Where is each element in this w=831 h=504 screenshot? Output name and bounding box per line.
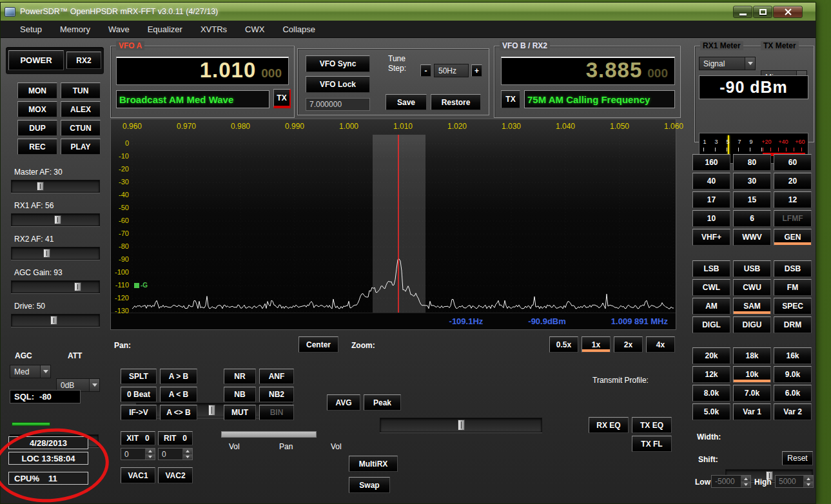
rx1-meter-dropdown[interactable]: Signal xyxy=(699,57,756,70)
multirx-button[interactable]: MultiRX xyxy=(349,456,398,472)
zoom-button-2x[interactable]: 2x xyxy=(614,336,643,353)
band-button-17[interactable]: 17 xyxy=(692,191,730,208)
zoom-button-0.5x[interactable]: 0.5x xyxy=(549,336,578,353)
menu-memory[interactable]: Memory xyxy=(51,21,99,37)
menu-xvtrs[interactable]: XVTRs xyxy=(191,21,236,37)
band-button-wwv[interactable]: WWV xyxy=(733,229,771,246)
toggle-button-mox[interactable]: MOX xyxy=(17,101,57,117)
toggle-button-tun[interactable]: TUN xyxy=(61,82,101,99)
filter-button-12k[interactable]: 12k xyxy=(692,366,730,383)
save-button[interactable]: Save xyxy=(386,94,427,110)
mode-button-fm[interactable]: FM xyxy=(774,279,812,296)
tune-step-value[interactable]: 50Hz xyxy=(434,64,469,77)
titlebar[interactable]: PowerSDR™ OpenHPSDR mRX-FFT v3.0.11 (4/2… xyxy=(1,3,816,21)
band-button-gen[interactable]: GEN xyxy=(774,229,812,246)
vfo-a-frequency[interactable]: 1.010 000 xyxy=(116,57,289,85)
vfo-lock-button[interactable]: VFO Lock xyxy=(306,76,370,93)
rx1af-slider[interactable] xyxy=(11,213,100,226)
masteraf-slider[interactable] xyxy=(11,180,100,193)
spinner-arrows-icon[interactable] xyxy=(145,449,155,460)
vfo-b-tx-button[interactable]: TX xyxy=(501,90,520,108)
toggle-button-alex[interactable]: ALEX xyxy=(61,101,101,117)
tx-eq-button[interactable]: TX EQ xyxy=(632,417,672,433)
band-button-lfmf[interactable]: LFMF xyxy=(774,210,812,227)
zoom-button-1x[interactable]: 1x xyxy=(582,336,611,353)
band-button-60[interactable]: 60 xyxy=(774,154,812,171)
band-button-20[interactable]: 20 xyxy=(774,173,812,189)
dsp-button-mut[interactable]: MUT xyxy=(224,405,256,420)
frequency-entry-field[interactable]: 7.000000 xyxy=(306,98,370,111)
vfo-op-button-splt[interactable]: SPLT xyxy=(121,369,157,384)
filter-button-5.0k[interactable]: 5.0k xyxy=(692,403,730,420)
mode-button-digl[interactable]: DIGL xyxy=(692,316,730,333)
toggle-button-ctun[interactable]: CTUN xyxy=(61,120,101,136)
filter-button-8.0k[interactable]: 8.0k xyxy=(692,385,730,402)
filter-button-20k[interactable]: 20k xyxy=(692,347,730,364)
vfo-op-button-a-b[interactable]: A > B xyxy=(160,369,197,384)
filter-high-spinner[interactable]: 5000 xyxy=(775,475,814,488)
band-button-15[interactable]: 15 xyxy=(733,191,771,208)
pan-slider-thumb[interactable] xyxy=(208,405,215,416)
rit-button[interactable]: RIT0 xyxy=(158,431,193,445)
mode-button-usb[interactable]: USB xyxy=(733,260,771,277)
spinner-arrows-icon[interactable] xyxy=(741,476,750,487)
sub-rx-pan-track[interactable] xyxy=(221,431,317,438)
rx2af-slider[interactable] xyxy=(11,247,100,260)
mode-button-lsb[interactable]: LSB xyxy=(692,260,730,277)
center-button[interactable]: Center xyxy=(298,336,338,353)
toggle-button-rec[interactable]: REC xyxy=(17,139,57,155)
vfo-sync-button[interactable]: VFO Sync xyxy=(306,55,370,72)
toggle-button-mon[interactable]: MON xyxy=(17,82,57,99)
rx2af-slider-thumb[interactable] xyxy=(43,249,50,258)
spinner-arrows-icon[interactable] xyxy=(803,476,813,487)
minimize-button[interactable] xyxy=(733,6,752,18)
vfo-b-frequency[interactable]: 3.885 000 xyxy=(501,57,675,85)
band-button-6[interactable]: 6 xyxy=(733,210,771,227)
dsp-button-nb2[interactable]: NB2 xyxy=(259,387,294,402)
zoom-slider[interactable] xyxy=(380,418,542,432)
dsp-button-nb[interactable]: NB xyxy=(224,387,256,402)
step-up-button[interactable]: + xyxy=(471,64,482,77)
filter-low-spinner[interactable]: -5000 xyxy=(711,475,751,488)
vfo-op-button-if-v[interactable]: IF->V xyxy=(121,405,157,420)
tx-fl-button[interactable]: TX FL xyxy=(632,436,672,452)
shift-reset-button[interactable]: Reset xyxy=(782,451,813,465)
filter-button-6.0k[interactable]: 6.0k xyxy=(774,385,812,402)
rit-spinner[interactable]: 0 xyxy=(158,448,193,460)
vfo-op-button-a-b[interactable]: A <> B xyxy=(160,405,197,420)
restore-button[interactable]: Restore xyxy=(431,94,481,110)
masteraf-slider-thumb[interactable] xyxy=(37,182,44,191)
maximize-button[interactable] xyxy=(753,6,772,18)
dsp-button-anf[interactable]: ANF xyxy=(259,369,294,384)
vac1-button[interactable]: VAC1 xyxy=(121,467,155,483)
dsp-button-bin[interactable]: BIN xyxy=(259,405,294,420)
rx1af-slider-thumb[interactable] xyxy=(54,215,61,224)
agc-gain-marker[interactable]: -G xyxy=(134,282,148,289)
filter-button-7.0k[interactable]: 7.0k xyxy=(733,385,771,402)
avg-button[interactable]: AVG xyxy=(327,394,360,411)
filter-button-9.0k[interactable]: 9.0k xyxy=(774,366,812,383)
menu-wave[interactable]: Wave xyxy=(99,21,139,37)
band-button-80[interactable]: 80 xyxy=(733,154,771,171)
filter-button-16k[interactable]: 16k xyxy=(774,347,812,364)
peak-button[interactable]: Peak xyxy=(364,394,401,411)
mode-button-cwu[interactable]: CWU xyxy=(733,279,771,296)
filter-button-10k[interactable]: 10k xyxy=(733,366,771,383)
xit-spinner[interactable]: 0 xyxy=(121,448,155,460)
panadapter-display[interactable]: -G -109.1Hz -90.9dBm 1.009 891 MHz 0.960… xyxy=(110,119,676,330)
toggle-button-play[interactable]: PLAY xyxy=(61,139,101,155)
menu-setup[interactable]: Setup xyxy=(11,21,51,37)
band-button-30[interactable]: 30 xyxy=(733,173,771,189)
menu-cwx[interactable]: CWX xyxy=(236,21,273,37)
toggle-button-dup[interactable]: DUP xyxy=(17,120,57,136)
band-button-40[interactable]: 40 xyxy=(692,173,730,189)
band-button-vhf-[interactable]: VHF+ xyxy=(692,229,730,246)
mode-button-sam[interactable]: SAM xyxy=(733,298,771,315)
xit-button[interactable]: XIT0 xyxy=(121,431,155,445)
mode-button-dsb[interactable]: DSB xyxy=(774,260,812,277)
spinner-arrows-icon[interactable] xyxy=(182,449,192,460)
zoom-button-4x[interactable]: 4x xyxy=(646,336,675,353)
filter-button-var-2[interactable]: Var 2 xyxy=(774,403,812,420)
vfo-op-button-0-beat[interactable]: 0 Beat xyxy=(121,387,157,402)
vfo-a-tx-button[interactable]: TX xyxy=(273,89,291,108)
